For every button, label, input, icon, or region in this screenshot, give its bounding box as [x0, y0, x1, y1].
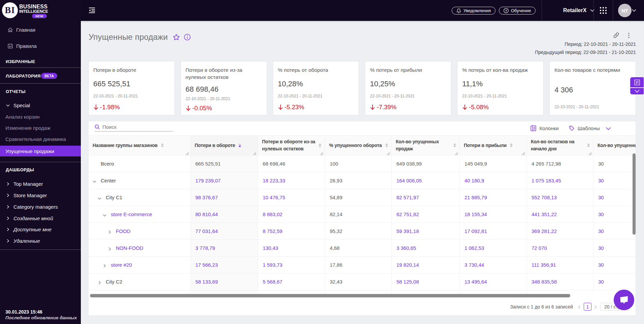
table-cell[interactable]: 98 376,67 [191, 189, 258, 206]
table-cell[interactable]: 40 180,9 [460, 172, 527, 189]
table-cell[interactable]: 111 356,91 [527, 257, 593, 273]
table-cell[interactable]: 179 239,07 [191, 172, 258, 189]
apps-grid-icon[interactable] [599, 6, 607, 14]
table-cell[interactable]: 58 133,69 [191, 273, 258, 290]
filters-panel-button[interactable] [630, 77, 644, 87]
notifications-button[interactable]: Уведомления [452, 7, 495, 14]
table-cell[interactable]: 552 708,13 [527, 189, 593, 206]
table-cell[interactable]: 80 810,44 [191, 206, 258, 223]
sidebar-group[interactable]: Category managers [0, 201, 81, 212]
column-header[interactable]: Название группы магазинов [89, 136, 191, 155]
templates-button[interactable]: Шаблоны [569, 125, 600, 131]
row-name[interactable]: store #20 [111, 262, 132, 268]
table-cell[interactable]: 17 092,81 [460, 223, 527, 240]
sort-carets-icon[interactable] [238, 143, 241, 147]
sidebar-group[interactable]: Special [0, 99, 81, 111]
sidebar-group[interactable]: Top Manager [0, 178, 81, 189]
sort-carets-icon[interactable] [453, 143, 456, 147]
expand-chevron-right-icon[interactable] [98, 280, 101, 284]
table-cell[interactable]: 3 360,65 [392, 240, 460, 257]
table-cell[interactable]: 13 495,64 [460, 273, 527, 290]
table-cell[interactable]: 10 476,75 [258, 189, 325, 206]
table-cell[interactable]: 30 [593, 172, 636, 189]
sidebar-item[interactable]: Главная [0, 24, 81, 35]
sort-carets-icon[interactable] [510, 143, 513, 147]
table-cell[interactable]: 58 125,08 [392, 273, 460, 290]
table-cell[interactable]: 3 778,79 [191, 240, 258, 257]
table-cell[interactable]: 1 593,73 [258, 257, 325, 273]
vertical-scrollbar-thumb[interactable] [633, 153, 636, 235]
table-cell[interactable]: 18 155,34 [460, 206, 527, 223]
page-number[interactable]: 1 [584, 303, 591, 311]
search-input[interactable] [102, 124, 166, 130]
table-cell[interactable]: 5 568,67 [258, 273, 325, 290]
column-resize-handle[interactable] [186, 150, 189, 154]
sidebar-subitem[interactable]: Упущенные продажи [0, 146, 81, 156]
column-resize-handle[interactable] [387, 150, 390, 154]
sidebar-group[interactable]: Доступные мне [0, 224, 81, 235]
logo[interactable]: BI BUSINESS INTELLIGENCE NEW [0, 0, 81, 21]
table-cell[interactable]: 19 820,14 [392, 257, 460, 273]
avatar[interactable]: NT [618, 4, 632, 17]
column-header[interactable]: Потери в обороте из-за нулевых остатков [258, 136, 325, 155]
table-cell[interactable]: 30 [593, 257, 636, 273]
column-resize-handle[interactable] [455, 150, 458, 154]
column-header[interactable]: Потери в прибыли [460, 136, 527, 155]
tenant-switcher[interactable]: RetailerX [563, 0, 594, 21]
table-cell[interactable]: 8 752,59 [258, 223, 325, 240]
collapse-table-chevron-icon[interactable] [606, 126, 611, 131]
table-cell[interactable]: 1 062,53 [460, 240, 527, 257]
favorite-star-icon[interactable] [173, 34, 180, 41]
sidebar-subitem[interactable]: Анализ корзин [0, 111, 81, 122]
table-cell[interactable]: 348 835,58 [527, 273, 593, 290]
table-cell[interactable]: 72 070 [527, 240, 593, 257]
table-cell[interactable]: 164 006,05 [392, 172, 460, 189]
table-cell[interactable]: 59 391,18 [392, 223, 460, 240]
columns-button[interactable]: Колонки [530, 125, 558, 131]
sidebar-subitem[interactable]: Сравнительная динамика [0, 133, 81, 145]
share-link-icon[interactable] [613, 32, 619, 38]
more-menu-icon[interactable] [626, 32, 632, 38]
table-cell[interactable]: 30 [593, 223, 636, 240]
sidebar-group[interactable]: Store Manager [0, 189, 81, 201]
expand-chevron-right-icon[interactable] [103, 263, 106, 267]
table-cell[interactable]: 30 [593, 206, 636, 223]
expand-chevron-right-icon[interactable] [108, 246, 111, 250]
column-resize-handle[interactable] [522, 150, 525, 154]
column-header[interactable]: % упущенного оборота [325, 136, 392, 155]
chat-bubble-button[interactable] [614, 290, 634, 310]
sidebar-group[interactable]: Удаленные [0, 235, 81, 246]
row-name[interactable]: store E-commerce [111, 211, 152, 217]
sort-carets-icon[interactable] [587, 143, 590, 147]
column-resize-handle[interactable] [588, 150, 592, 154]
horizontal-scrollbar-thumb[interactable] [90, 294, 570, 297]
expand-chevron-down-icon[interactable] [103, 212, 106, 216]
expand-chevron-down-icon[interactable] [98, 196, 101, 199]
table-cell[interactable]: 82 571,97 [392, 189, 460, 206]
table-cell[interactable]: 369 281,22 [527, 223, 593, 240]
table-cell[interactable]: 30 [593, 240, 636, 257]
table-cell[interactable]: 62 751,82 [392, 206, 460, 223]
row-name[interactable]: FOOD [116, 228, 130, 234]
column-resize-handle[interactable] [320, 150, 323, 154]
sort-carets-icon[interactable] [385, 143, 388, 147]
sort-carets-icon[interactable] [319, 143, 321, 147]
column-header[interactable]: Потери в обороте [191, 136, 258, 155]
collapse-panel-button[interactable] [630, 88, 644, 94]
table-cell[interactable]: 17 566,23 [191, 257, 258, 273]
sidebar-subitem[interactable]: Изменения продаж [0, 122, 81, 134]
table-cell[interactable]: 18 223,33 [258, 172, 325, 189]
table-cell[interactable]: 30 [593, 273, 636, 290]
table-cell[interactable]: 8 883,02 [258, 206, 325, 223]
sort-carets-icon[interactable] [161, 143, 164, 147]
prev-page-icon[interactable] [578, 305, 581, 308]
column-header[interactable]: Кол-во упущенных продаж [392, 136, 460, 155]
expand-chevron-down-icon[interactable] [93, 179, 96, 182]
row-name[interactable]: NON-FOOD [116, 245, 143, 251]
expand-chevron-right-icon[interactable] [108, 229, 111, 233]
table-cell[interactable]: 30 [593, 189, 636, 206]
info-icon[interactable] [184, 34, 191, 40]
table-cell[interactable]: 3 730,44 [460, 257, 527, 273]
next-page-icon[interactable] [594, 305, 598, 308]
table-cell[interactable]: 441 351,22 [527, 206, 593, 223]
